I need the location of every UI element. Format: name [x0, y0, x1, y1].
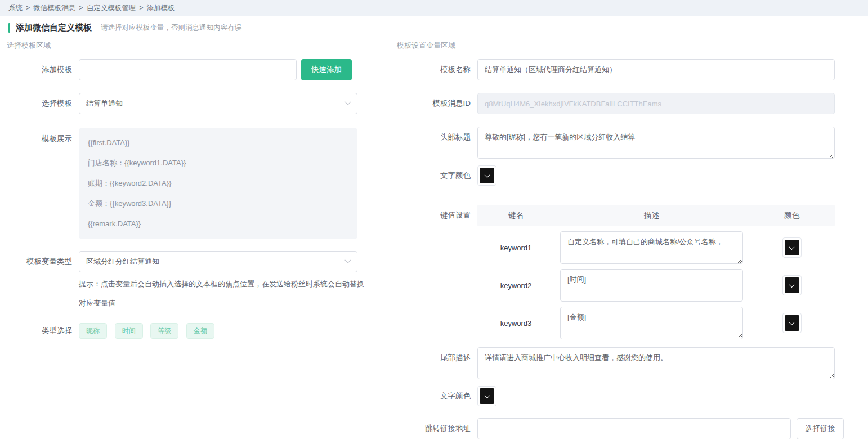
variable-tip: 提示：点击变量后会自动插入选择的文本框的焦点位置，在发送给粉丝时系统会自动替换对… [79, 275, 366, 313]
add-template-input[interactable] [79, 59, 297, 80]
breadcrumb-separator: > [139, 4, 143, 12]
text-color-label: 文字颜色 [397, 165, 477, 186]
page-header: 添加微信自定义模板 请选择对应模板变量，否则消息通知内容有误 [8, 23, 860, 33]
chevron-down-icon [789, 320, 795, 325]
kv-color-picker-keyword2[interactable] [782, 275, 802, 295]
kv-desc-textarea-keyword3[interactable]: [金额] [560, 307, 743, 339]
right-section-title: 模板设置变量区域 [397, 41, 868, 51]
page-subtitle: 请选择对应模板变量，否则消息通知内容有误 [101, 23, 241, 33]
kv-col-desc: 描述 [554, 210, 749, 221]
template-preview-box: {{first.DATA}} 门店名称：{{keyword1.DATA}} 账期… [79, 128, 357, 239]
text-color-picker[interactable] [477, 165, 496, 186]
left-section-title: 选择模板区域 [7, 41, 388, 51]
variable-type-select-value: 区域分红分红结算通知 [86, 257, 159, 267]
chevron-down-icon [789, 244, 795, 250]
variable-type-select[interactable]: 区域分红分红结算通知 [79, 251, 357, 272]
kv-row-keyword2: keyword2 [时间] [477, 269, 835, 302]
type-select-label: 类型选择 [7, 323, 79, 339]
footer-desc-textarea[interactable]: 详情请进入商城推广中心收入明细查看，感谢您的使用。 [477, 347, 835, 379]
page-title: 添加微信自定义模板 [16, 23, 92, 33]
link-url-input[interactable] [477, 418, 791, 439]
add-template-label: 添加模板 [7, 59, 79, 80]
type-tag-time[interactable]: 时间 [115, 323, 143, 339]
kv-desc-textarea-keyword2[interactable]: [时间] [560, 269, 743, 302]
select-template-label: 选择模板 [7, 93, 79, 114]
template-preview-line: {{first.DATA}} [88, 133, 348, 153]
select-template-section: 选择模板区域 添加模板 快速添加 选择模板 结算单通知 模板展示 {{first… [0, 33, 388, 339]
template-preview-line: 门店名称：{{keyword1.DATA}} [88, 153, 348, 173]
quick-add-button[interactable]: 快速添加 [301, 59, 352, 80]
chevron-down-icon [484, 172, 490, 178]
select-link-button[interactable]: 选择链接 [797, 418, 844, 439]
section-accent-bar [8, 23, 10, 33]
footer-desc-label: 尾部描述 [397, 347, 477, 369]
text-color-label: 文字颜色 [397, 386, 477, 406]
breadcrumb-item-add-template: 添加模板 [146, 3, 175, 13]
kv-color-picker-keyword3[interactable] [782, 313, 802, 333]
type-tag-level[interactable]: 等级 [150, 323, 178, 339]
template-variable-section: 模板设置变量区域 模板名称 模板消息ID 头部标题 尊敬的[昵称]，您有一笔新的… [388, 33, 868, 439]
chevron-down-icon [344, 99, 351, 105]
kv-key-label: keyword3 [477, 319, 554, 327]
kv-table-header: 键名 描述 颜色 [477, 205, 835, 226]
kv-settings-label: 键值设置 [397, 205, 477, 226]
template-id-label: 模板消息ID [397, 93, 477, 114]
kv-color-picker-keyword1[interactable] [782, 237, 802, 258]
header-title-label: 头部标题 [397, 127, 477, 148]
kv-col-color: 颜色 [749, 210, 835, 221]
template-select-value: 结算单通知 [86, 98, 123, 109]
type-tag-list: 昵称 时间 等级 金额 [79, 323, 220, 339]
template-select[interactable]: 结算单通知 [79, 93, 357, 114]
template-name-input[interactable] [477, 59, 835, 80]
chevron-down-icon [789, 282, 795, 288]
footer-text-color-picker[interactable] [477, 386, 496, 406]
breadcrumb-item-system[interactable]: 系统 [8, 3, 23, 13]
template-preview-line: 账期：{{keyword2.DATA}} [88, 173, 348, 194]
template-preview-line: {{remark.DATA}} [88, 214, 348, 234]
chevron-down-icon [344, 257, 351, 263]
link-url-label: 跳转链接地址 [397, 418, 477, 439]
type-tag-nickname[interactable]: 昵称 [79, 323, 107, 339]
breadcrumb-separator: > [79, 4, 83, 12]
kv-key-label: keyword2 [477, 281, 554, 290]
breadcrumb-separator: > [26, 4, 30, 12]
template-id-input [477, 93, 835, 114]
kv-row-keyword1: keyword1 自定义名称，可填自己的商城名称/公众号名称， [477, 231, 835, 264]
kv-desc-textarea-keyword1[interactable]: 自定义名称，可填自己的商城名称/公众号名称， [560, 231, 743, 264]
chevron-down-icon [484, 393, 490, 398]
kv-row-keyword3: keyword3 [金额] [477, 307, 835, 339]
header-title-textarea[interactable]: 尊敬的[昵称]，您有一笔新的区域分红收入结算 [477, 127, 835, 159]
breadcrumb-item-custom-template-manage[interactable]: 自定义模板管理 [87, 3, 136, 13]
template-preview-label: 模板展示 [7, 128, 79, 150]
kv-col-key: 键名 [477, 210, 554, 221]
variable-type-label: 模板变量类型 [7, 251, 79, 272]
kv-key-label: keyword1 [477, 244, 554, 252]
type-tag-amount[interactable]: 金额 [186, 323, 214, 339]
kv-table: 键名 描述 颜色 keyword1 自定义名称，可填自己的商城名称/公众号名称，… [477, 205, 835, 339]
breadcrumb-item-wechat-template-message[interactable]: 微信模板消息 [33, 3, 75, 13]
template-name-label: 模板名称 [397, 59, 477, 80]
template-preview-line: 金额：{{keyword3.DATA}} [88, 194, 348, 214]
breadcrumb: 系统 > 微信模板消息 > 自定义模板管理 > 添加模板 [0, 0, 868, 16]
